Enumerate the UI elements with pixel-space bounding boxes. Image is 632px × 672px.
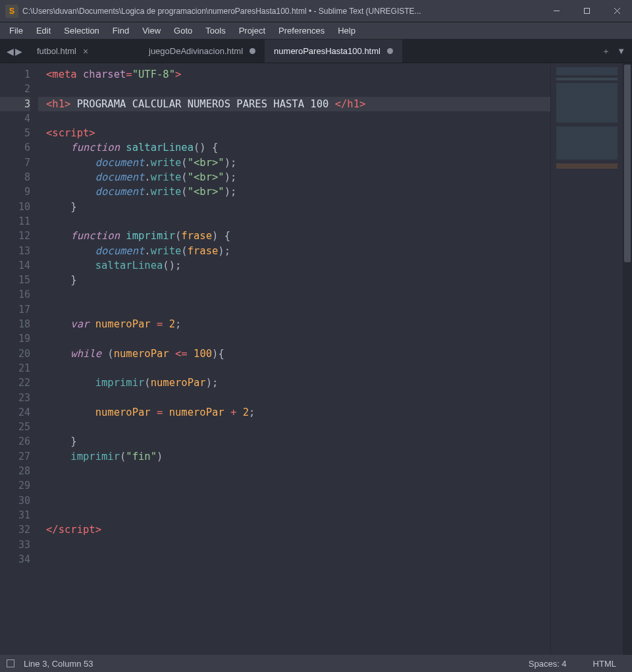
code-line[interactable] — [46, 552, 550, 567]
menu-view[interactable]: View — [136, 24, 167, 38]
code-line[interactable] — [46, 111, 550, 126]
window-close-button[interactable] — [602, 0, 632, 22]
dirty-indicator-icon — [387, 48, 393, 54]
vertical-scrollbar[interactable] — [623, 63, 632, 655]
line-number[interactable]: 18 — [0, 317, 30, 331]
tab-juegoDeAdivinacion-html[interactable]: juegoDeAdivinacion.html — [140, 40, 265, 63]
panel-switcher-icon[interactable] — [7, 659, 14, 667]
menu-file[interactable]: File — [3, 24, 30, 38]
line-number[interactable]: 15 — [0, 273, 30, 287]
menu-find[interactable]: Find — [106, 24, 136, 38]
code-line[interactable]: document.write("<br>"); — [46, 155, 550, 170]
code-line[interactable] — [46, 302, 550, 317]
code-line[interactable]: } — [46, 273, 550, 287]
line-number[interactable]: 12 — [0, 229, 30, 243]
code-line[interactable] — [46, 464, 550, 478]
code-line[interactable]: imprimir("fin") — [46, 449, 550, 464]
new-tab-button[interactable]: ＋ — [602, 45, 610, 57]
nav-forward-icon[interactable]: ▶ — [15, 46, 22, 57]
code-line[interactable] — [46, 391, 550, 405]
window-maximize-button[interactable] — [571, 0, 602, 22]
code-line[interactable]: </script> — [46, 522, 550, 537]
code-line[interactable] — [46, 478, 550, 493]
tab-futbol-html[interactable]: futbol.html× — [28, 40, 140, 63]
line-number[interactable]: 24 — [0, 405, 30, 420]
app-icon-letter: S — [9, 7, 14, 16]
status-syntax[interactable]: HTML — [593, 659, 616, 669]
line-number[interactable]: 5 — [0, 126, 30, 140]
line-number[interactable]: 22 — [0, 376, 30, 390]
code-line[interactable]: function saltarLinea() { — [46, 140, 550, 155]
line-number[interactable]: 8 — [0, 170, 30, 184]
line-number[interactable]: 32 — [0, 522, 30, 537]
menu-tools[interactable]: Tools — [199, 24, 232, 38]
code-line[interactable]: <meta charset="UTF-8"> — [46, 67, 550, 82]
code-line[interactable]: <script> — [46, 126, 550, 140]
code-line[interactable]: saltarLinea(); — [46, 258, 550, 273]
tab-numeroParesHasta100-html[interactable]: numeroParesHasta100.html — [265, 40, 402, 63]
line-number[interactable]: 7 — [0, 155, 30, 170]
code-line[interactable]: document.write("<br>"); — [46, 184, 550, 199]
line-number[interactable]: 1 — [0, 67, 30, 82]
code-line[interactable]: function imprimir(frase) { — [46, 229, 550, 243]
line-number[interactable]: 6 — [0, 140, 30, 155]
code-line[interactable]: <h1> PROGRAMA CALCULAR NUMEROS PARES HAS… — [38, 97, 550, 111]
tab-close-icon[interactable]: × — [83, 47, 88, 56]
menu-goto[interactable]: Goto — [167, 24, 199, 38]
line-number[interactable]: 30 — [0, 493, 30, 508]
line-number[interactable]: 4 — [0, 111, 30, 126]
line-number[interactable]: 25 — [0, 420, 30, 434]
menu-preferences[interactable]: Preferences — [272, 24, 331, 38]
code-line[interactable]: } — [46, 434, 550, 449]
code-line[interactable] — [46, 538, 550, 552]
line-number[interactable]: 17 — [0, 302, 30, 317]
line-number[interactable]: 33 — [0, 538, 30, 552]
line-number[interactable]: 28 — [0, 464, 30, 478]
nav-back-icon[interactable]: ◀ — [7, 46, 14, 57]
line-number[interactable]: 27 — [0, 449, 30, 464]
menu-selection[interactable]: Selection — [57, 24, 105, 38]
code-editor[interactable]: <meta charset="UTF-8"> <h1> PROGRAMA CAL… — [38, 63, 550, 655]
line-number[interactable]: 29 — [0, 478, 30, 493]
status-cursor-position[interactable]: Line 3, Column 53 — [24, 659, 93, 669]
window-minimize-button[interactable] — [541, 0, 571, 22]
status-indentation[interactable]: Spaces: 4 — [529, 659, 567, 669]
minimap[interactable] — [550, 63, 623, 655]
line-number[interactable]: 11 — [0, 214, 30, 229]
line-number-gutter[interactable]: 1234567891011121314151617181920212223242… — [0, 63, 38, 655]
code-line[interactable] — [46, 287, 550, 302]
line-number[interactable]: 13 — [0, 244, 30, 258]
code-line[interactable] — [46, 508, 550, 522]
code-line[interactable]: document.write(frase); — [46, 244, 550, 258]
menu-help[interactable]: Help — [331, 24, 362, 38]
code-line[interactable] — [46, 331, 550, 346]
code-line[interactable]: numeroPar = numeroPar + 2; — [46, 405, 550, 420]
code-line[interactable]: while (numeroPar <= 100){ — [46, 347, 550, 361]
line-number[interactable]: 20 — [0, 347, 30, 361]
code-line[interactable] — [46, 361, 550, 376]
line-number[interactable]: 16 — [0, 287, 30, 302]
code-line[interactable] — [46, 493, 550, 508]
tab-overflow-icon[interactable]: ▼ — [617, 46, 625, 56]
line-number[interactable]: 9 — [0, 184, 30, 199]
menu-edit[interactable]: Edit — [30, 24, 57, 38]
code-line[interactable] — [46, 214, 550, 229]
code-line[interactable] — [46, 82, 550, 96]
code-line[interactable] — [46, 420, 550, 434]
line-number[interactable]: 26 — [0, 434, 30, 449]
line-number[interactable]: 23 — [0, 391, 30, 405]
line-number[interactable]: 19 — [0, 331, 30, 346]
line-number[interactable]: 3 — [0, 97, 30, 111]
line-number[interactable]: 34 — [0, 552, 30, 567]
line-number[interactable]: 31 — [0, 508, 30, 522]
code-line[interactable]: imprimir(numeroPar); — [46, 376, 550, 390]
line-number[interactable]: 21 — [0, 361, 30, 376]
scrollbar-thumb[interactable] — [624, 65, 631, 262]
code-line[interactable]: document.write("<br>"); — [46, 170, 550, 184]
line-number[interactable]: 10 — [0, 200, 30, 214]
line-number[interactable]: 2 — [0, 82, 30, 96]
menu-project[interactable]: Project — [232, 24, 272, 38]
code-line[interactable]: var numeroPar = 2; — [46, 317, 550, 331]
code-line[interactable]: } — [46, 200, 550, 214]
line-number[interactable]: 14 — [0, 258, 30, 273]
